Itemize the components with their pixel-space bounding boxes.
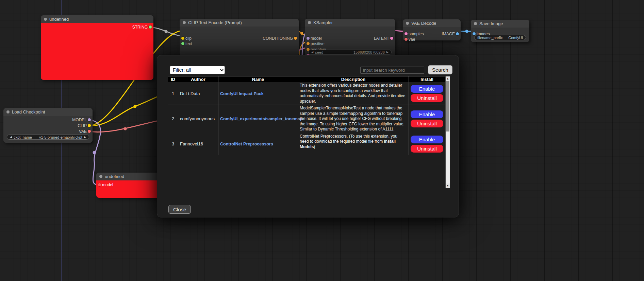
uninstall-button[interactable]: Uninstall [411, 120, 443, 127]
wire-midpoint-dot [134, 105, 137, 108]
node-title-bar[interactable]: KSampler [305, 19, 395, 27]
enable-button[interactable]: Enable [411, 136, 443, 143]
collapse-dot-icon[interactable] [6, 110, 10, 113]
collapse-dot-icon[interactable] [308, 21, 311, 24]
output-row-clip: CLIP [3, 123, 93, 128]
wire-midpoint-dot [165, 30, 168, 33]
table-scrollbar[interactable]: ▲ ▼ [445, 76, 450, 188]
node-title: CLIP Text Encode (Prompt) [188, 20, 242, 25]
cell-install: EnableUninstall [409, 105, 445, 133]
output-row-model: MODEL [3, 117, 93, 123]
scroll-up-icon[interactable]: ▲ [446, 76, 450, 81]
output-socket-model[interactable] [88, 118, 91, 121]
input-socket-positive[interactable] [307, 42, 310, 45]
widget-name: filename_prefix [477, 36, 503, 40]
cell-id: 2 [168, 105, 178, 133]
node-title: KSampler [313, 20, 333, 25]
table-row: 2comfyanonymousComfyUI_experiments/sampl… [168, 105, 445, 133]
wire-midpoint-dot [465, 30, 468, 33]
input-socket-images[interactable] [473, 32, 476, 35]
widget-name: ckpt_name [14, 135, 32, 139]
output-row-conditioning: CONDITIONING [180, 36, 299, 41]
col-header-author: Author [178, 76, 218, 82]
output-row-string: STRING [41, 24, 153, 30]
search-input[interactable] [360, 67, 424, 74]
output-row-latent: LATENT [305, 36, 395, 41]
node-undefined-string[interactable]: undefined STRING [41, 15, 153, 80]
wire-midpoint-dot [124, 127, 127, 130]
scroll-down-icon[interactable]: ▼ [446, 183, 450, 188]
widget-value: v1-5-pruned-emaonly.ckpt [39, 135, 82, 139]
cell-author: comfyanonymous [178, 105, 218, 133]
description-text: This extension offers various detector n… [300, 83, 405, 104]
node-title: undefined [105, 174, 124, 179]
cell-name: ComfyUI Impact Pack [218, 82, 298, 105]
node-clip-text-encode[interactable]: CLIP Text Encode (Prompt) clip text COND… [180, 19, 299, 56]
node-title-bar[interactable]: CLIP Text Encode (Prompt) [180, 19, 299, 27]
extension-link[interactable]: ComfyUI_experiments/sampler_tonemap [220, 117, 302, 121]
seed-widget[interactable]: ◀ seed 156680208700286 ▶ [308, 50, 392, 55]
input-socket-vae[interactable] [404, 38, 408, 41]
node-title: Load Checkpoint [12, 109, 45, 115]
node-title-bar[interactable]: Load Checkpoint [3, 108, 93, 116]
output-socket-string[interactable] [149, 25, 152, 29]
extension-link[interactable]: ControlNet Preprocessors [220, 142, 273, 146]
node-title: undefined [49, 17, 69, 22]
output-socket-clip[interactable] [88, 124, 91, 127]
extensions-table: ID Author Name Description Install 1Dr.L… [168, 76, 445, 155]
node-load-checkpoint[interactable]: Load Checkpoint MODEL CLIP VAE ◀ ckpt_na… [3, 108, 93, 143]
search-button[interactable]: Search [428, 65, 452, 74]
output-socket-conditioning[interactable] [294, 37, 297, 40]
next-value-icon[interactable]: ▶ [84, 136, 86, 139]
previous-value-icon[interactable]: ◀ [10, 136, 12, 139]
enable-button[interactable]: Enable [411, 110, 443, 118]
extensions-tbody: 1Dr.Lt.DataComfyUI Impact PackThis exten… [168, 82, 445, 155]
output-socket-vae[interactable] [88, 130, 91, 133]
collapse-dot-icon[interactable] [99, 175, 102, 178]
uninstall-button[interactable]: Uninstall [411, 145, 443, 153]
filename-prefix-widget[interactable]: filename_prefix ComfyUI [474, 35, 526, 40]
collapse-dot-icon[interactable] [183, 21, 186, 24]
input-socket-model[interactable] [98, 183, 101, 186]
collapse-dot-icon[interactable] [474, 22, 477, 25]
node-title-bar[interactable]: undefined [41, 15, 153, 23]
collapse-dot-icon[interactable] [44, 18, 47, 21]
uninstall-button[interactable]: Uninstall [411, 94, 443, 102]
decrement-icon[interactable]: ◀ [311, 51, 313, 54]
extension-link[interactable]: ComfyUI Impact Pack [220, 91, 264, 96]
table-row: 3Fannovel16ControlNet PreprocessorsContr… [168, 133, 445, 155]
enable-button[interactable]: Enable [411, 85, 443, 93]
node-vae-decode[interactable]: VAE Decode samples vae IMAGE [403, 19, 461, 40]
output-row-vae: VAE [3, 129, 93, 134]
input-row-vae: vae [403, 37, 461, 42]
node-canvas[interactable]: undefined STRING CLIP Text Encode (Promp… [0, 0, 644, 281]
custom-nodes-manager-dialog: Filter: all Search ID Author Name Descri… [157, 55, 459, 217]
close-button[interactable]: Close [168, 205, 191, 214]
filter-select[interactable]: Filter: all [170, 66, 225, 74]
description-text: ModelSamplerTonemapNoiseTest a node that… [300, 106, 404, 131]
col-header-name: Name [218, 76, 298, 82]
node-title-bar[interactable]: VAE Decode [403, 19, 461, 27]
node-save-image[interactable]: Save Image images filename_prefix ComfyU… [471, 20, 529, 42]
wire-midpoint-dot [300, 32, 303, 35]
collapse-dot-icon[interactable] [406, 22, 409, 25]
cell-name: ComfyUI_experiments/sampler_tonemap [218, 105, 298, 133]
cell-description: ModelSamplerTonemapNoiseTest a node that… [298, 105, 409, 133]
cell-author: Fannovel16 [178, 133, 218, 155]
col-header-install: Install [409, 76, 445, 82]
cell-install: EnableUninstall [409, 82, 445, 105]
increment-icon[interactable]: ▶ [386, 51, 389, 54]
port-label: CONDITIONING [263, 36, 299, 41]
input-row-text: text [180, 41, 299, 47]
ckpt-name-widget[interactable]: ◀ ckpt_name v1-5-pruned-emaonly.ckpt ▶ [7, 135, 89, 140]
cell-author: Dr.Lt.Data [178, 82, 218, 105]
widget-value: 156680208700286 [353, 50, 385, 54]
node-title-bar[interactable]: Save Image [471, 20, 529, 28]
input-socket-text[interactable] [181, 42, 184, 45]
output-socket-latent[interactable] [390, 37, 393, 40]
scrollbar-thumb[interactable] [446, 81, 449, 131]
node-ksampler[interactable]: KSampler model positive negative latent_… [305, 19, 395, 57]
extensions-table-zone: ID Author Name Description Install 1Dr.L… [168, 76, 450, 188]
table-header-row: ID Author Name Description Install [168, 76, 445, 82]
output-socket-image[interactable] [456, 32, 459, 35]
